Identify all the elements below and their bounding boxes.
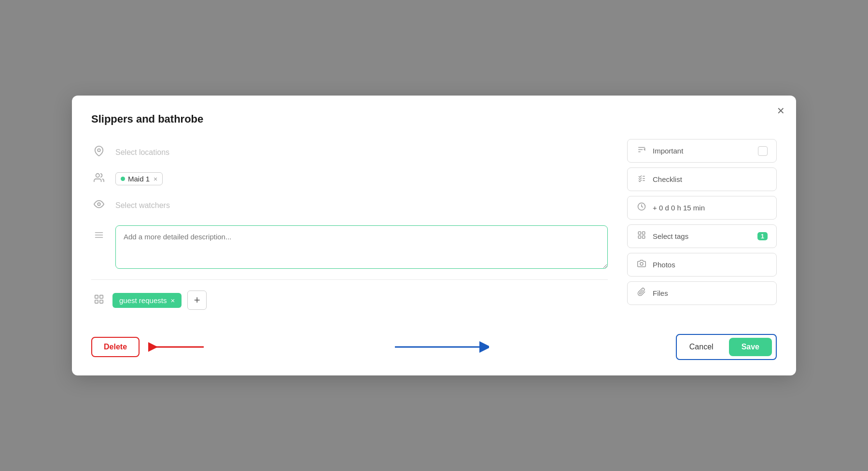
description-icon <box>91 230 107 242</box>
svg-rect-6 <box>95 295 98 298</box>
close-button[interactable]: × <box>777 104 784 117</box>
modal-footer: Delete <box>91 334 777 360</box>
svg-rect-8 <box>95 300 98 303</box>
cancel-button[interactable]: Cancel <box>681 338 722 356</box>
tags-icon <box>91 294 107 307</box>
footer-right: Cancel Save <box>676 334 777 360</box>
modal-right: Important Che <box>627 139 777 317</box>
svg-rect-19 <box>638 236 641 238</box>
left-arrow <box>148 338 206 356</box>
tag-remove-button[interactable]: × <box>170 296 175 305</box>
svg-rect-7 <box>100 295 103 298</box>
add-tag-button[interactable]: + <box>187 291 207 310</box>
description-textarea[interactable] <box>115 225 608 269</box>
clock-icon <box>636 202 647 213</box>
svg-point-1 <box>96 174 99 177</box>
modal-left: Select locations Maid 1 <box>91 139 608 317</box>
eye-icon <box>91 199 107 212</box>
photos-button[interactable]: Photos <box>627 253 777 277</box>
assignee-name: Maid 1 <box>128 175 150 183</box>
files-label: Files <box>653 289 668 297</box>
sort-icon <box>636 145 647 156</box>
tags-row: guest requests × + <box>91 284 608 317</box>
select-tags-label: Select tags <box>653 232 688 240</box>
right-arrow <box>392 338 489 356</box>
important-button[interactable]: Important <box>627 139 777 163</box>
divider <box>91 279 608 280</box>
paperclip-icon <box>636 288 647 299</box>
files-button[interactable]: Files <box>627 281 777 305</box>
assignee-remove-button[interactable]: × <box>153 176 157 182</box>
time-label: + 0 d 0 h 15 min <box>653 204 705 212</box>
checklist-label: Checklist <box>653 175 682 183</box>
modal-body: Select locations Maid 1 <box>91 139 777 317</box>
svg-rect-18 <box>643 232 645 234</box>
watchers-placeholder[interactable]: Select watchers <box>115 201 170 210</box>
modal: × Slippers and bathrobe Select locations <box>72 96 796 375</box>
grid-icon <box>636 231 647 242</box>
svg-point-21 <box>640 263 643 265</box>
description-row <box>91 219 608 276</box>
photos-label: Photos <box>653 261 675 269</box>
locations-placeholder[interactable]: Select locations <box>115 148 169 157</box>
svg-rect-17 <box>638 232 641 234</box>
save-button[interactable]: Save <box>729 338 772 356</box>
tags-badge: 1 <box>757 232 768 240</box>
important-label: Important <box>653 147 683 155</box>
people-icon <box>91 172 107 185</box>
svg-point-2 <box>98 203 100 206</box>
svg-rect-20 <box>643 236 645 238</box>
tag-chip-guest-requests: guest requests × <box>112 293 182 308</box>
checklist-button[interactable]: Checklist <box>627 167 777 191</box>
tag-label: guest requests <box>119 296 167 305</box>
watchers-row: Select watchers <box>91 192 608 219</box>
camera-icon <box>636 259 647 270</box>
locations-row: Select locations <box>91 139 608 166</box>
assignee-status-dot <box>121 177 125 181</box>
location-icon <box>91 146 107 159</box>
modal-title: Slippers and bathrobe <box>91 113 777 125</box>
right-arrow-container <box>206 338 676 356</box>
time-button[interactable]: + 0 d 0 h 15 min <box>627 196 777 220</box>
svg-rect-9 <box>100 300 103 303</box>
delete-button[interactable]: Delete <box>91 337 140 357</box>
assignee-row: Maid 1 × <box>91 166 608 192</box>
select-tags-button[interactable]: Select tags 1 <box>627 224 777 248</box>
svg-point-0 <box>98 149 100 152</box>
footer-left: Delete <box>91 337 206 357</box>
important-checkbox[interactable] <box>758 146 768 156</box>
modal-overlay: × Slippers and bathrobe Select locations <box>72 96 796 375</box>
assignee-chip: Maid 1 × <box>115 172 163 185</box>
checklist-icon <box>636 174 647 185</box>
